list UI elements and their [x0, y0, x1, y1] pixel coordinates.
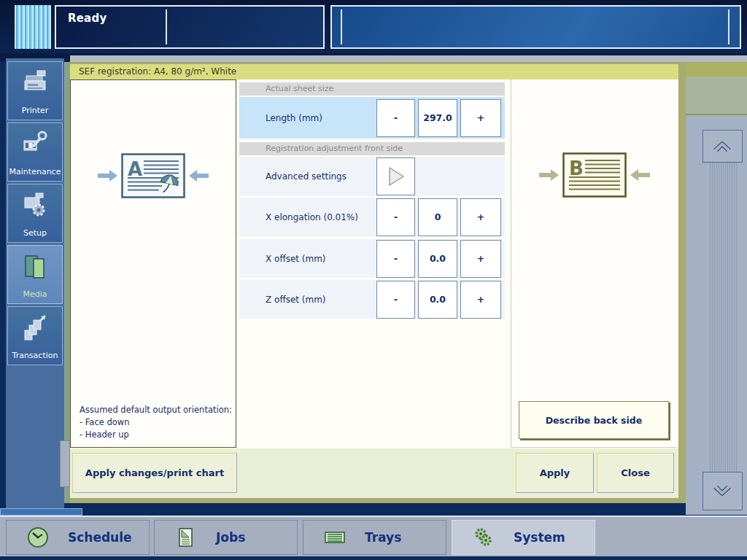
taskbar-item-trays[interactable]: Trays: [303, 520, 446, 555]
front-side-panel: A: [70, 79, 236, 448]
back-sheet-preview: B: [511, 152, 677, 198]
chevron-up-icon: [703, 131, 742, 162]
bottom-taskbar: Schedule Jobs: [0, 516, 747, 556]
row-label: X elongation (0.01%): [266, 212, 358, 222]
background-button-fragment: [60, 440, 70, 487]
header-info-panel: [330, 5, 741, 49]
row-advanced-settings: Advanced settings: [239, 157, 505, 196]
x-offset-minus-button[interactable]: -: [376, 240, 415, 278]
setup-icon: [20, 190, 50, 221]
sidebar-item-transaction[interactable]: Transaction: [7, 306, 63, 365]
advanced-settings-button[interactable]: [376, 158, 415, 195]
orientation-line: - Face down: [80, 416, 232, 429]
status-header: Ready: [0, 0, 747, 53]
background-tab-fragment: [0, 508, 82, 516]
sidebar-item-label: Media: [8, 289, 62, 299]
sidebar-item-setup[interactable]: Setup: [7, 184, 63, 243]
chevron-down-icon: [703, 472, 742, 510]
clock-icon: [27, 526, 49, 548]
transaction-icon: [20, 313, 50, 343]
header-separator: [728, 9, 729, 44]
length-minus-button[interactable]: -: [376, 99, 415, 137]
arrow-left-icon: [188, 168, 210, 184]
maintenance-icon: [20, 129, 50, 160]
arrow-left-icon: [630, 167, 651, 183]
x-elongation-minus-button[interactable]: -: [376, 198, 415, 236]
status-text: Ready: [68, 12, 107, 25]
background-panel-fragment: [686, 77, 747, 115]
row-label: X offset (mm): [266, 254, 326, 264]
screen: Ready Printer: [0, 0, 747, 560]
orientation-note: Assumed default output orientation: - Fa…: [80, 404, 232, 441]
sidebar-item-label: Setup: [8, 228, 62, 238]
sidebar-item-maintenance[interactable]: Maintenance: [7, 122, 63, 182]
document-icon: [175, 526, 197, 548]
svg-text:A: A: [128, 158, 142, 180]
row-label: Length (mm): [266, 113, 322, 123]
sidebar-item-label: Transaction: [8, 351, 62, 360]
status-panel: Ready: [55, 5, 325, 49]
sidebar-item-printer[interactable]: Printer: [7, 61, 63, 120]
length-plus-button[interactable]: +: [460, 99, 501, 137]
taskbar-item-schedule[interactable]: Schedule: [6, 520, 150, 555]
scrollbar-track: [710, 163, 737, 472]
scroll-down-button[interactable]: [703, 472, 743, 510]
length-value: 297.0: [418, 99, 457, 137]
orientation-line: - Header up: [80, 429, 232, 441]
media-icon: [20, 252, 50, 282]
z-offset-value: 0.0: [418, 281, 457, 319]
x-offset-value: 0.0: [418, 240, 457, 278]
dialog-body: A: [70, 79, 678, 448]
dialog-title: SEF registration: A4, 80 g/m², White: [70, 64, 678, 79]
brand-stripes: [15, 5, 51, 49]
header-separator: [341, 9, 342, 44]
apply-button[interactable]: Apply: [516, 453, 594, 493]
row-label: Z offset (mm): [266, 295, 326, 305]
sidebar-item-label: Printer: [8, 106, 62, 115]
play-icon: [387, 166, 406, 187]
close-button[interactable]: Close: [597, 453, 674, 493]
gears-icon: [473, 526, 495, 548]
arrow-right-icon: [96, 168, 118, 184]
x-elongation-value: 0: [418, 198, 457, 236]
describe-back-side-button[interactable]: Describe back side: [519, 401, 669, 439]
sidebar-item-media[interactable]: Media: [7, 245, 63, 304]
sef-registration-dialog: SEF registration: A4, 80 g/m², White A: [64, 62, 686, 503]
row-x-elongation: X elongation (0.01%) - 0 +: [239, 198, 505, 236]
z-offset-plus-button[interactable]: +: [460, 281, 501, 319]
x-elongation-plus-button[interactable]: +: [460, 198, 501, 236]
arrow-right-icon: [538, 167, 560, 183]
taskbar-item-label: Trays: [365, 530, 401, 545]
apply-changes-print-chart-button[interactable]: Apply changes/print chart: [72, 453, 237, 493]
back-side-panel: B Describe back side: [511, 79, 677, 448]
row-z-offset: Z offset (mm) - 0.0 +: [239, 280, 505, 319]
settings-column: Actual sheet size Length (mm) - 297.0 + …: [239, 82, 505, 403]
left-sidebar: Printer Maintenance: [6, 58, 64, 515]
row-label: Advanced settings: [266, 171, 347, 182]
taskbar-item-jobs[interactable]: Jobs: [154, 520, 298, 555]
taskbar-item-label: Jobs: [216, 530, 245, 545]
scroll-up-button[interactable]: [703, 130, 743, 163]
dialog-frame: [64, 62, 70, 503]
x-offset-plus-button[interactable]: +: [460, 240, 501, 278]
orientation-title: Assumed default output orientation:: [80, 404, 232, 416]
taskbar-item-label: Schedule: [68, 530, 132, 545]
background-window-edge: [686, 62, 747, 77]
section-header-registration: Registration adjustment front side: [239, 142, 505, 155]
row-x-offset: X offset (mm) - 0.0 +: [239, 239, 505, 278]
header-separator: [166, 9, 167, 44]
tray-icon: [324, 526, 346, 548]
front-sheet-preview: A: [71, 153, 236, 198]
row-length: Length (mm) - 297.0 +: [239, 97, 505, 139]
sheet-front-icon: A: [121, 153, 185, 198]
z-offset-minus-button[interactable]: -: [376, 281, 415, 319]
background-strip: [70, 55, 747, 62]
taskbar-item-system[interactable]: System: [452, 520, 595, 555]
dialog-footer: Apply changes/print chart Apply Close: [70, 448, 678, 498]
svg-text:B: B: [569, 158, 584, 179]
section-header-sheet-size: Actual sheet size: [239, 82, 505, 96]
sheet-back-icon: B: [562, 152, 627, 198]
sidebar-item-label: Maintenance: [8, 167, 62, 176]
taskbar-item-label: System: [514, 530, 565, 545]
printer-icon: [20, 68, 50, 98]
